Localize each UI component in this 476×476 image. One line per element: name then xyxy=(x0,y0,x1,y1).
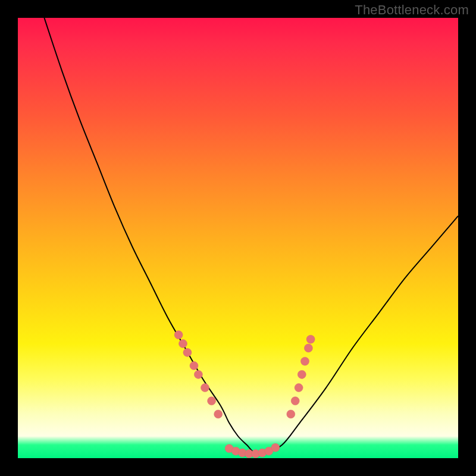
data-point xyxy=(190,362,198,370)
data-point xyxy=(179,340,187,348)
data-point xyxy=(214,410,223,418)
data-point xyxy=(271,443,280,452)
data-point xyxy=(183,348,192,356)
data-point xyxy=(304,344,312,352)
data-point xyxy=(174,331,183,339)
data-point xyxy=(295,384,303,392)
data-point xyxy=(287,410,295,418)
data-point xyxy=(306,335,315,343)
watermark-text: TheBottleneck.com xyxy=(355,2,469,18)
data-point xyxy=(201,384,209,392)
data-point xyxy=(208,397,216,405)
data-point xyxy=(194,370,202,378)
bottleneck-curve xyxy=(44,18,458,455)
data-point xyxy=(300,357,309,365)
data-point xyxy=(298,370,306,378)
data-points xyxy=(174,331,315,458)
plot-area xyxy=(18,18,458,458)
chart-svg xyxy=(18,18,458,458)
data-point xyxy=(291,397,299,405)
chart-frame: TheBottleneck.com xyxy=(0,0,476,476)
